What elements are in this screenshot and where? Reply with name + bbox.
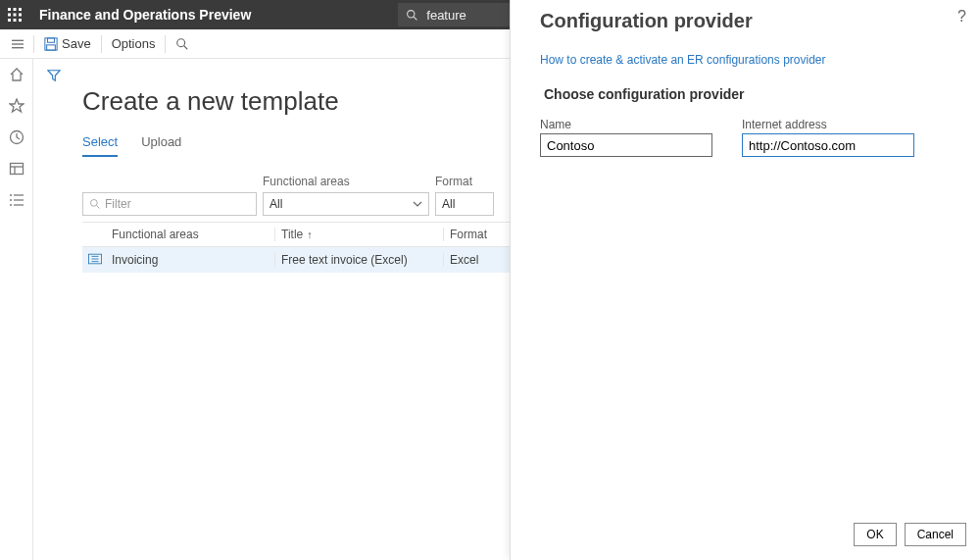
actionbar-search-button[interactable] [168,30,197,58]
divider [33,35,34,53]
chevron-down-icon [413,199,422,209]
ok-button[interactable]: OK [854,523,896,546]
filter-pane-toggle[interactable] [47,69,61,86]
field-internet-address: Internet address [742,118,914,157]
svg-rect-8 [19,19,22,22]
svg-rect-20 [10,164,23,175]
functional-areas-label: Functional areas [263,175,429,190]
row-format: Excel [443,253,490,267]
functional-areas-select[interactable]: All [263,192,429,216]
recent-icon[interactable] [9,129,24,145]
sort-asc-icon: ↑ [307,229,313,240]
hamburger-button[interactable] [4,30,31,58]
svg-point-29 [91,200,98,207]
tab-select[interactable]: Select [82,134,118,157]
workspaces-icon[interactable] [9,161,24,177]
panel-title: Configuration provider [540,10,951,32]
svg-rect-3 [8,14,11,17]
svg-rect-4 [14,14,17,17]
svg-point-17 [177,38,185,46]
cancel-button[interactable]: Cancel [905,523,966,546]
svg-line-18 [184,45,188,49]
svg-rect-6 [8,19,11,22]
divider [165,35,166,53]
waffle-icon [8,8,22,22]
help-button[interactable]: ? [957,8,966,25]
format-select[interactable]: All [435,192,494,216]
modules-icon[interactable] [9,192,24,208]
save-button[interactable]: Save [36,30,99,58]
col-title[interactable]: Title ↑ [274,228,443,241]
row-icon-cell [82,253,108,268]
options-label: Options [112,36,156,51]
tab-upload[interactable]: Upload [141,134,181,157]
left-rail [0,59,33,560]
internet-address-label: Internet address [742,118,914,131]
search-icon [406,9,418,22]
format-label: Format [435,175,494,190]
svg-rect-16 [47,44,56,49]
global-search-input[interactable] [424,7,513,24]
global-search[interactable] [398,3,525,26]
help-link[interactable]: How to create & activate an ER configura… [540,53,825,67]
format-value: All [442,197,455,211]
options-button[interactable]: Options [104,30,164,58]
divider [101,35,102,53]
save-label: Save [62,36,91,51]
filter-placeholder: Filter [105,197,131,211]
panel-fields: Name Internet address [540,118,951,157]
svg-rect-5 [19,14,22,17]
home-icon[interactable] [9,67,24,82]
col-format[interactable]: Format [443,228,490,241]
search-icon [89,198,101,210]
svg-rect-0 [8,8,11,11]
filter-input[interactable]: Filter [82,192,257,216]
svg-line-10 [414,17,416,20]
save-icon [44,37,58,51]
hamburger-icon [12,38,24,50]
filter-icon [47,69,61,82]
app-launcher-button[interactable] [0,0,29,29]
name-input[interactable] [540,133,712,157]
svg-rect-15 [48,37,55,41]
document-icon [88,253,102,265]
search-icon [175,37,189,51]
svg-point-9 [408,10,415,17]
field-name: Name [540,118,712,157]
internet-address-input[interactable] [742,133,914,157]
svg-rect-7 [14,19,17,22]
panel-footer: OK Cancel [854,523,966,546]
spacer [82,175,257,190]
col-functional-areas[interactable]: Functional areas [108,228,274,241]
svg-rect-1 [14,8,17,11]
col-title-text: Title [281,228,303,241]
row-functional-areas: Invoicing [108,253,274,267]
configuration-provider-panel: ? Configuration provider How to create &… [510,0,980,560]
panel-subtitle: Choose configuration provider [544,86,951,102]
functional-areas-value: All [270,197,282,211]
app-title: Finance and Operations Preview [29,7,261,23]
name-label: Name [540,118,712,131]
svg-line-30 [97,206,100,209]
svg-rect-2 [19,8,22,11]
row-title: Free text invoice (Excel) [274,253,443,267]
star-icon[interactable] [9,98,24,114]
